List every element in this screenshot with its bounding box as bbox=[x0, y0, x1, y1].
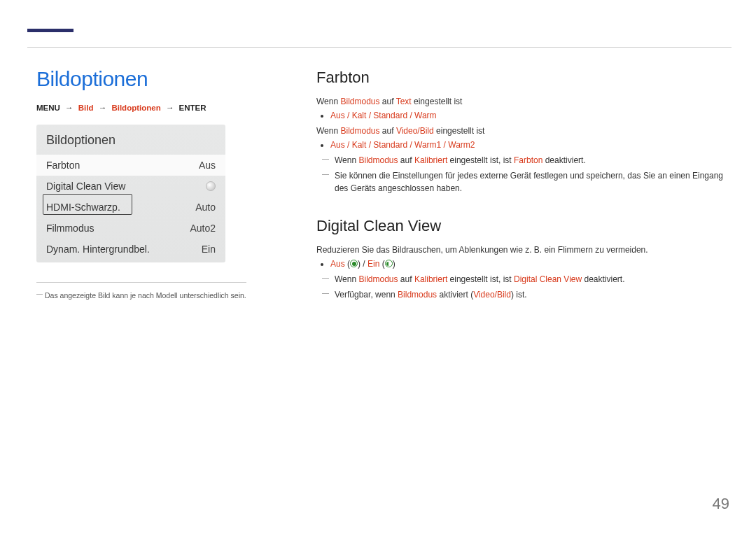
circle-half-icon bbox=[385, 260, 393, 267]
farbton-notes: Wenn Bildmodus auf Kalibriert eingestell… bbox=[322, 154, 729, 195]
setting-label: HDMI-Schwarzp. bbox=[46, 202, 120, 213]
setting-row-digital-clean-view[interactable]: Digital Clean View bbox=[36, 176, 225, 197]
farbton-note-external-device: Sie können die Einstellungen für jedes e… bbox=[322, 169, 729, 195]
option-values: Aus / Kalt / Standard / Warm1 / Warm2 bbox=[330, 140, 475, 150]
page-title: Bildoptionen bbox=[36, 67, 274, 91]
setting-label: Farbton bbox=[46, 160, 80, 171]
farbton-condition-video: Wenn Bildmodus auf Video/Bild eingestell… bbox=[316, 125, 729, 137]
farbton-option-list-video: Aus / Kalt / Standard / Warm1 / Warm2 bbox=[330, 139, 729, 151]
setting-row-hdmi-schwarzp[interactable]: HDMI-Schwarzp. Auto bbox=[36, 197, 225, 218]
footnote: Das angezeigte Bild kann je nach Modell … bbox=[36, 282, 246, 300]
dcv-option-list: Aus () / Ein () bbox=[330, 258, 729, 270]
arrow-icon: → bbox=[166, 104, 174, 112]
setting-value: Aus bbox=[199, 160, 216, 171]
breadcrumb-enter: ENTER bbox=[179, 104, 206, 112]
section-heading-farbton: Farbton bbox=[316, 69, 729, 87]
page-number: 49 bbox=[713, 495, 729, 513]
breadcrumb: MENU → Bild → Bildoptionen → ENTER bbox=[36, 104, 274, 112]
option-ein: Ein bbox=[368, 259, 379, 269]
option-aus: Aus bbox=[330, 259, 345, 269]
breadcrumb-menu: MENU bbox=[36, 104, 60, 112]
option-values: Aus / Kalt / Standard / Warm bbox=[330, 111, 437, 120]
farbton-option-list: Aus / Kalt / Standard / Warm bbox=[330, 109, 729, 122]
setting-label: Filmmodus bbox=[46, 223, 94, 234]
footnote-text: Das angezeigte Bild kann je nach Modell … bbox=[45, 291, 246, 300]
arrow-icon: → bbox=[65, 104, 74, 112]
setting-label: Dynam. Hintergrundbel. bbox=[46, 244, 150, 255]
setting-row-farbton[interactable]: Farbton Aus bbox=[36, 155, 225, 176]
header-divider bbox=[27, 47, 732, 48]
breadcrumb-bild: Bild bbox=[78, 104, 94, 112]
toggle-icon bbox=[206, 181, 216, 191]
setting-value: Auto bbox=[195, 202, 216, 213]
farbton-condition-text: Wenn Bildmodus auf Text eingestellt ist bbox=[316, 95, 729, 108]
header-accent-bar bbox=[27, 29, 74, 32]
dcv-description: Reduzieren Sie das Bildrauschen, um Able… bbox=[316, 244, 729, 256]
setting-value: Ein bbox=[202, 244, 216, 255]
setting-row-dynam-hintergrundbel[interactable]: Dynam. Hintergrundbel. Ein bbox=[36, 239, 225, 260]
arrow-icon: → bbox=[99, 104, 107, 112]
dcv-notes: Wenn Bildmodus auf Kalibriert eingestell… bbox=[322, 273, 729, 301]
breadcrumb-bildoptionen: Bildoptionen bbox=[111, 104, 160, 112]
panel-title: Bildoptionen bbox=[36, 132, 225, 155]
section-heading-digital-clean-view: Digital Clean View bbox=[316, 217, 729, 235]
setting-value: Auto2 bbox=[190, 223, 216, 234]
settings-panel: Bildoptionen Farbton Aus Digital Clean V… bbox=[36, 125, 225, 262]
circle-filled-icon bbox=[350, 260, 358, 267]
setting-label: Digital Clean View bbox=[46, 181, 125, 192]
setting-row-filmmodus[interactable]: Filmmodus Auto2 bbox=[36, 218, 225, 239]
